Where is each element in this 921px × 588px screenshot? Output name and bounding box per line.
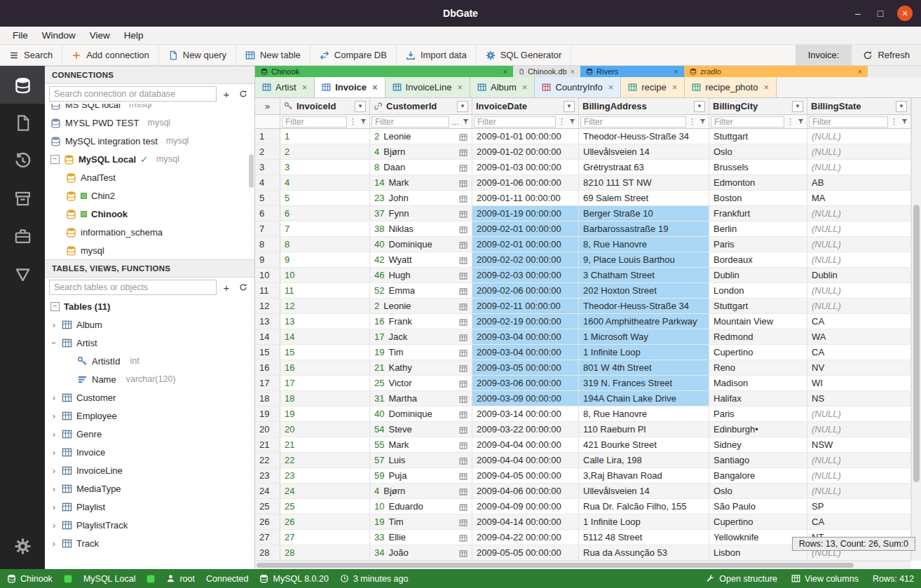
activity-query-designer[interactable] <box>0 255 45 293</box>
cell-billingstate[interactable]: AB <box>807 175 911 190</box>
connection-item[interactable]: MYSL PWD TESTmysql <box>45 114 254 132</box>
row-number[interactable]: 15 <box>255 345 280 360</box>
cell-billingstate[interactable]: (NULL) <box>807 453 911 467</box>
refresh-tables-icon[interactable] <box>236 280 250 294</box>
database-item[interactable]: information_schema <box>45 223 254 241</box>
table-row[interactable]: 24244Bjørn2009-04-06 00:00:00Ullevålsvei… <box>255 484 911 499</box>
reference-table-icon[interactable] <box>459 409 468 419</box>
cell-billingcity[interactable]: Santiago <box>709 453 807 467</box>
cell-billingcity[interactable]: Dublin <box>709 268 807 282</box>
cell-billingaddress[interactable]: 1 Infinite Loop <box>579 514 709 529</box>
row-number[interactable]: 7 <box>255 221 280 236</box>
cell-customerid[interactable]: 4Bjørn <box>370 484 472 498</box>
row-number[interactable]: 16 <box>255 360 280 375</box>
cell-invoicedate[interactable]: 2009-04-04 00:00:00 <box>472 453 579 467</box>
row-number[interactable]: 21 <box>255 437 280 452</box>
cell-billingstate[interactable]: (NULL) <box>807 252 911 267</box>
connection-item[interactable]: MS SQL localmssql <box>45 104 254 114</box>
tab-album[interactable]: Album× <box>470 77 535 97</box>
table-row[interactable]: 202054Steve2009-03-22 00:00:00110 Raebur… <box>255 422 911 437</box>
reference-table-icon[interactable] <box>459 208 468 219</box>
settings-button[interactable] <box>0 527 45 565</box>
funnel-icon[interactable] <box>568 118 577 125</box>
scrollbar-thumb[interactable] <box>257 563 854 568</box>
cell-billingaddress[interactable]: 8, Rue Hanovre <box>579 406 709 421</box>
scrollbar-thumb[interactable] <box>913 205 920 482</box>
cell-invoiceid[interactable]: 5 <box>280 191 370 205</box>
cell-invoicedate[interactable]: 2009-02-11 00:00:00 <box>472 299 579 313</box>
cell-invoicedate[interactable]: 2009-02-01 00:00:00 <box>472 237 579 252</box>
cell-invoicedate[interactable]: 2009-02-06 00:00:00 <box>472 283 579 298</box>
database-item[interactable]: Chin2 <box>45 186 254 205</box>
cell-invoicedate[interactable]: 2009-02-01 00:00:00 <box>472 221 579 236</box>
cell-invoicedate[interactable]: 2009-01-02 00:00:00 <box>472 144 579 159</box>
cell-billingcity[interactable]: Madison <box>709 376 807 390</box>
cell-invoiceid[interactable]: 1 <box>280 129 370 144</box>
cell-invoicedate[interactable]: 2009-03-14 00:00:00 <box>472 406 579 421</box>
cell-billingstate[interactable]: SP <box>807 499 911 514</box>
cell-billingstate[interactable]: (NULL) <box>807 422 911 437</box>
cell-invoicedate[interactable]: 2009-04-14 00:00:00 <box>472 514 579 529</box>
cell-billingcity[interactable]: Brussels <box>709 160 807 175</box>
cell-invoicedate[interactable]: 2009-02-19 00:00:00 <box>472 314 579 329</box>
cell-customerid[interactable]: 38Niklas <box>370 221 472 236</box>
column-expand-button[interactable]: » <box>255 98 280 114</box>
cell-billingstate[interactable]: (NULL) <box>807 283 911 298</box>
cell-invoiceid[interactable]: 17 <box>280 376 370 390</box>
column-header-customerid[interactable]: CustomerId▼ <box>370 98 472 114</box>
cell-invoiceid[interactable]: 11 <box>280 283 370 298</box>
table-search-input[interactable] <box>49 280 217 295</box>
new-query-button[interactable]: New query <box>159 45 236 65</box>
cell-billingstate[interactable]: (NULL) <box>807 129 911 144</box>
filter-input-billingstate[interactable] <box>809 116 888 128</box>
close-group-icon[interactable]: × <box>674 67 678 76</box>
connection-item[interactable]: MySQL integration testmysql <box>45 132 254 150</box>
sql-generator-button[interactable]: SQL Generator <box>477 45 572 65</box>
reference-table-icon[interactable] <box>459 254 468 265</box>
filter-input-invoiceid[interactable] <box>282 116 347 128</box>
cell-billingaddress[interactable]: Rua Dr. Falcão Filho, 155 <box>579 499 709 514</box>
filter-input-billingaddress[interactable] <box>580 116 686 128</box>
cell-billingaddress[interactable]: Theodor-Heuss-Straße 34 <box>579 129 709 144</box>
cell-billingstate[interactable]: WI <box>807 376 911 390</box>
cell-invoiceid[interactable]: 25 <box>280 499 370 514</box>
cell-billingcity[interactable]: Mountain View <box>709 314 807 329</box>
close-group-icon[interactable]: × <box>571 67 575 76</box>
row-number[interactable]: 23 <box>255 468 280 483</box>
column-dropdown-icon[interactable]: ▼ <box>457 101 468 112</box>
cell-customerid[interactable]: 57Luis <box>370 453 472 467</box>
table-row[interactable]: 5523John2009-01-11 00:00:0069 Salem Stre… <box>255 191 911 206</box>
table-item-invoiceline[interactable]: ›InvoiceLine <box>45 461 254 479</box>
reference-table-icon[interactable] <box>459 239 468 249</box>
cell-customerid[interactable]: 42Wyatt <box>370 252 472 267</box>
cell-invoiceid[interactable]: 26 <box>280 514 370 529</box>
cell-billingcity[interactable]: Bordeaux <box>709 252 807 267</box>
cell-invoicedate[interactable]: 2009-03-22 00:00:00 <box>472 422 579 437</box>
cell-invoiceid[interactable]: 23 <box>280 468 370 483</box>
cell-invoiceid[interactable]: 9 <box>280 252 370 267</box>
tab-invoiceline[interactable]: InvoiceLine× <box>386 77 470 97</box>
reference-table-icon[interactable] <box>459 455 468 465</box>
row-number[interactable]: 22 <box>255 453 280 467</box>
cell-billingaddress[interactable]: 202 Hoxton Street <box>579 283 709 298</box>
reference-table-icon[interactable] <box>459 177 468 188</box>
open-structure-button[interactable]: Open structure <box>706 574 777 584</box>
reference-table-icon[interactable] <box>459 547 468 558</box>
close-tab-icon[interactable]: × <box>457 82 463 93</box>
table-row[interactable]: 12122Leonie2009-02-11 00:00:00Theodor-He… <box>255 299 911 314</box>
cell-customerid[interactable]: 37Fynn <box>370 206 472 221</box>
cell-invoiceid[interactable]: 7 <box>280 221 370 236</box>
close-tab-icon[interactable]: × <box>763 82 769 93</box>
cell-customerid[interactable]: 8Daan <box>370 160 472 175</box>
close-tab-icon[interactable]: × <box>522 82 528 93</box>
cell-billingaddress[interactable]: Calle Lira, 198 <box>579 453 709 467</box>
cell-invoicedate[interactable]: 2009-01-19 00:00:00 <box>472 206 579 221</box>
cell-invoicedate[interactable]: 2009-03-04 00:00:00 <box>472 345 579 360</box>
cell-billingcity[interactable]: Redmond <box>709 329 807 344</box>
cell-billingaddress[interactable]: 110 Raeburn Pl <box>579 422 709 437</box>
row-number[interactable]: 8 <box>255 237 280 252</box>
cell-billingcity[interactable]: London <box>709 283 807 298</box>
cell-invoicedate[interactable]: 2009-04-22 00:00:00 <box>472 530 579 545</box>
reference-table-icon[interactable] <box>459 378 468 388</box>
cell-billingstate[interactable]: (NULL) <box>807 484 911 498</box>
